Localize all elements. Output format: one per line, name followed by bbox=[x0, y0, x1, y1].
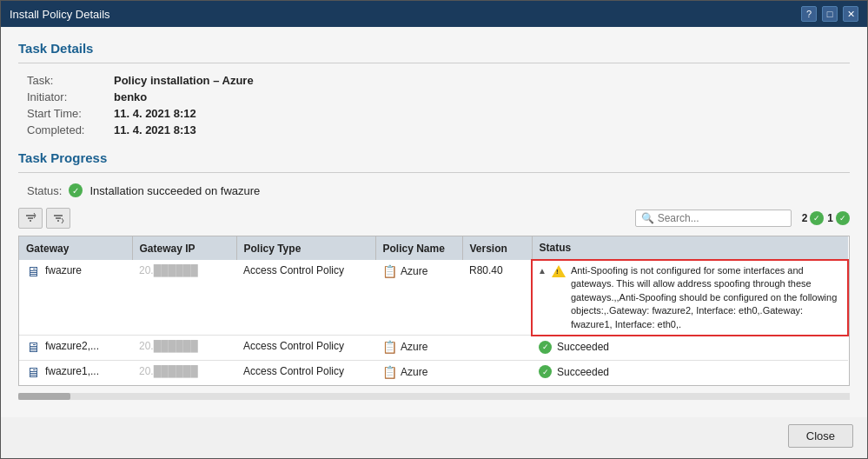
warning-triangle-icon bbox=[552, 265, 566, 277]
window-title: Install Policy Details bbox=[10, 8, 110, 21]
row3-policy-type: Access Control Policy bbox=[236, 361, 375, 386]
toolbar: 🔍 2 ✓ 1 ✓ bbox=[18, 208, 850, 229]
results-table-container: Gateway Gateway IP Policy Type Policy Na… bbox=[18, 236, 850, 386]
row3-version bbox=[462, 361, 532, 386]
search-icon: 🔍 bbox=[641, 212, 654, 224]
success-check-icon: ✓ bbox=[836, 211, 850, 225]
row3-status: ✓ Succeeded bbox=[532, 361, 848, 386]
row3-ip-value: 20.██████ bbox=[139, 365, 198, 377]
task-value: Policy installation – Azure bbox=[114, 74, 850, 87]
search-box[interactable]: 🔍 bbox=[635, 210, 792, 227]
content-area: Task Details Task: Policy installation –… bbox=[1, 27, 867, 417]
col-header-gateway: Gateway bbox=[19, 236, 132, 260]
row1-policy-name-text: Azure bbox=[401, 265, 427, 277]
row3-ip: 20.██████ bbox=[132, 361, 236, 386]
policy-book-icon: 📋 bbox=[382, 340, 397, 354]
row3-status-text: Succeeded bbox=[557, 366, 609, 378]
row1-policy-type: Access Control Policy bbox=[236, 260, 375, 336]
row3-gateway: 🖥 fwazure1,... bbox=[19, 361, 132, 386]
row2-ip: 20.██████ bbox=[132, 336, 236, 361]
task-details-divider bbox=[18, 63, 850, 63]
close-button[interactable]: Close bbox=[788, 424, 853, 448]
policy-book-icon: 📋 bbox=[382, 365, 397, 379]
title-bar: Install Policy Details ? □ ✕ bbox=[1, 1, 867, 27]
completed-label: Completed: bbox=[27, 123, 114, 136]
row2-version bbox=[462, 336, 532, 361]
table-row: 🖥 fwazure2,... 20.██████ Access Control … bbox=[19, 336, 848, 361]
initiator-value: benko bbox=[114, 90, 850, 103]
filter-up-button[interactable] bbox=[18, 208, 43, 229]
row1-status-text: Anti-Spoofing is not configured for some… bbox=[571, 264, 842, 331]
scrollbar-thumb[interactable] bbox=[18, 393, 70, 400]
warning-count-badge: 2 ✓ bbox=[802, 211, 825, 225]
status-text: Installation succeeded on fwazure bbox=[89, 184, 260, 197]
warning-check-icon: ✓ bbox=[810, 211, 824, 225]
initiator-label: Initiator: bbox=[27, 90, 114, 103]
row1-status: ▲ Anti-Spoofing is not configured for so… bbox=[532, 260, 848, 336]
col-header-policy-type: Policy Type bbox=[236, 236, 375, 260]
success-icon: ✓ bbox=[539, 365, 552, 378]
footer: Close bbox=[1, 417, 867, 458]
row2-status-text: Succeeded bbox=[557, 341, 609, 353]
toolbar-right: 🔍 2 ✓ 1 ✓ bbox=[635, 210, 850, 227]
restore-button[interactable]: □ bbox=[822, 6, 838, 22]
filter-down-button[interactable] bbox=[46, 208, 70, 229]
row1-policy-name: 📋 Azure bbox=[375, 260, 462, 336]
row2-gateway: 🖥 fwazure2,... bbox=[19, 336, 132, 361]
col-header-status: Status bbox=[532, 236, 848, 260]
table-header-row: Gateway Gateway IP Policy Type Policy Na… bbox=[19, 236, 848, 260]
search-input[interactable] bbox=[658, 212, 788, 224]
status-success-icon: ✓ bbox=[69, 183, 83, 197]
row2-policy-name-text: Azure bbox=[401, 341, 427, 353]
row1-version: R80.40 bbox=[462, 260, 532, 336]
row1-gateway-name: fwazure bbox=[45, 264, 82, 276]
row3-policy-name-text: Azure bbox=[401, 366, 427, 378]
gateway-icon: 🖥 bbox=[26, 365, 40, 381]
start-time-label: Start Time: bbox=[27, 107, 114, 120]
row2-gateway-name: fwazure2,... bbox=[45, 340, 99, 352]
count-badges: 2 ✓ 1 ✓ bbox=[802, 211, 850, 225]
task-details-grid: Task: Policy installation – Azure Initia… bbox=[27, 74, 850, 136]
row1-gateway: 🖥 fwazure bbox=[19, 260, 132, 336]
row2-status: ✓ Succeeded bbox=[532, 336, 848, 361]
row3-policy-name: 📋 Azure bbox=[375, 361, 462, 386]
main-window: Install Policy Details ? □ ✕ Task Detail… bbox=[0, 0, 868, 459]
col-header-version: Version bbox=[462, 236, 532, 260]
col-header-policy-name: Policy Name bbox=[375, 236, 462, 260]
warning-count: 2 bbox=[802, 212, 808, 224]
row2-policy-type: Access Control Policy bbox=[236, 336, 375, 361]
success-count-badge: 1 ✓ bbox=[827, 211, 850, 225]
title-bar-controls: ? □ ✕ bbox=[801, 6, 858, 22]
success-icon: ✓ bbox=[539, 341, 552, 354]
row3-gateway-name: fwazure1,... bbox=[45, 365, 99, 377]
gateway-icon: 🖥 bbox=[26, 264, 40, 280]
start-time-value: 11. 4. 2021 8:12 bbox=[114, 107, 850, 120]
task-progress-section: Task Progress Status: ✓ Installation suc… bbox=[18, 150, 850, 197]
help-button[interactable]: ? bbox=[801, 6, 817, 22]
status-row: Status: ✓ Installation succeeded on fwaz… bbox=[27, 183, 850, 197]
task-label: Task: bbox=[27, 74, 114, 87]
close-window-button[interactable]: ✕ bbox=[843, 6, 858, 22]
expand-arrow-icon[interactable]: ▲ bbox=[538, 266, 547, 276]
success-count: 1 bbox=[827, 212, 833, 224]
row1-ip-value: 20.██████ bbox=[139, 264, 198, 276]
table-row: 🖥 fwazure1,... 20.██████ Access Control … bbox=[19, 361, 848, 386]
task-progress-divider bbox=[18, 172, 850, 173]
status-label: Status: bbox=[27, 184, 62, 197]
results-table: Gateway Gateway IP Policy Type Policy Na… bbox=[19, 236, 849, 385]
task-progress-header: Task Progress bbox=[18, 150, 850, 165]
completed-value: 11. 4. 2021 8:13 bbox=[114, 123, 850, 136]
col-header-gateway-ip: Gateway IP bbox=[132, 236, 236, 260]
row1-ip: 20.██████ bbox=[132, 260, 236, 336]
row2-policy-name: 📋 Azure bbox=[375, 336, 462, 361]
row2-ip-value: 20.██████ bbox=[139, 340, 198, 352]
task-details-header: Task Details bbox=[18, 41, 850, 56]
table-row: 🖥 fwazure 20.██████ Access Control Polic… bbox=[19, 260, 848, 336]
toolbar-left bbox=[18, 208, 70, 229]
gateway-icon: 🖥 bbox=[26, 340, 40, 356]
policy-book-icon: 📋 bbox=[382, 264, 397, 278]
horizontal-scrollbar[interactable] bbox=[18, 393, 850, 400]
